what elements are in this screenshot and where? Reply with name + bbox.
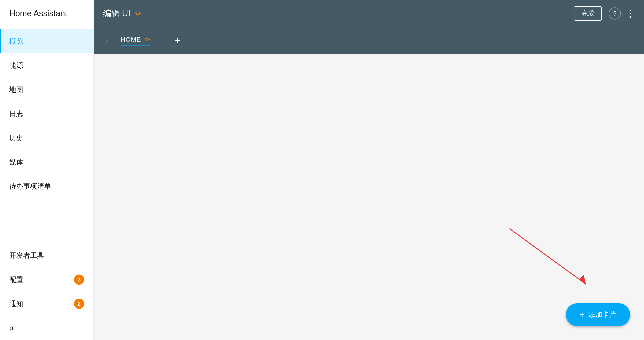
- sidebar-item-devtools[interactable]: 开发者工具: [0, 243, 94, 267]
- sidebar-item-log[interactable]: 日志: [0, 102, 94, 126]
- sidebar-item-media-label: 媒体: [9, 157, 23, 167]
- sidebar-item-overview[interactable]: 概览: [0, 29, 94, 54]
- topbar: 编辑 UI ✏ 完成 ? ⋮: [94, 0, 644, 27]
- sidebar-divider: [0, 241, 94, 241]
- sidebar-item-overview-label: 概览: [9, 37, 23, 46]
- done-button[interactable]: 完成: [574, 6, 602, 21]
- topbar-title: 编辑 UI: [103, 8, 130, 19]
- sidebar-item-config[interactable]: 配置 3: [0, 267, 94, 292]
- config-badge: 3: [74, 274, 84, 285]
- add-card-plus-icon: +: [580, 310, 584, 319]
- tab-next-arrow[interactable]: →: [155, 36, 168, 46]
- svg-marker-1: [579, 275, 586, 284]
- red-arrow-annotation: [505, 224, 598, 293]
- sidebar-item-config-label: 配置: [9, 275, 23, 284]
- sidebar-item-energy[interactable]: 能源: [0, 54, 94, 78]
- add-card-button[interactable]: + 添加卡片: [566, 303, 630, 326]
- sidebar-item-energy-label: 能源: [9, 61, 23, 70]
- sidebar-nav: 概览 能源 地图 日志 历史 媒体 待办事项清单 开发者工具 配置 3: [0, 27, 94, 340]
- content-area: + 添加卡片: [94, 54, 644, 340]
- sidebar-item-history[interactable]: 历史: [0, 126, 94, 150]
- svg-line-0: [510, 228, 586, 284]
- sidebar-item-todo[interactable]: 待办事项清单: [0, 174, 94, 198]
- sidebar-item-notifications-label: 通知: [9, 299, 23, 309]
- sidebar: Home Assistant 概览 能源 地图 日志 历史 媒体 待办事项清单 …: [0, 0, 94, 340]
- sidebar-item-map-label: 地图: [9, 85, 23, 95]
- sidebar-item-pi-label: pi: [9, 324, 14, 332]
- sidebar-item-pi[interactable]: pi: [0, 316, 94, 340]
- sidebar-item-media[interactable]: 媒体: [0, 150, 94, 174]
- sidebar-item-map[interactable]: 地图: [0, 78, 94, 102]
- sidebar-item-log-label: 日志: [9, 109, 23, 119]
- tab-home[interactable]: HOME ✏: [121, 36, 150, 46]
- sidebar-item-notifications[interactable]: 通知 2: [0, 292, 94, 316]
- tab-prev-arrow[interactable]: ←: [103, 36, 116, 46]
- app-title: Home Assistant: [0, 0, 94, 27]
- sidebar-item-history-label: 历史: [9, 133, 23, 143]
- tab-add-button[interactable]: +: [172, 35, 182, 46]
- tabbar: ← HOME ✏ → +: [94, 27, 644, 54]
- edit-ui-icon[interactable]: ✏: [135, 9, 142, 18]
- add-card-label: 添加卡片: [588, 310, 616, 319]
- sidebar-item-todo-label: 待办事项清单: [9, 182, 51, 191]
- more-options-icon[interactable]: ⋮: [626, 8, 635, 19]
- tab-home-label: HOME: [121, 36, 141, 43]
- sidebar-item-devtools-label: 开发者工具: [9, 251, 44, 260]
- notifications-badge: 2: [74, 299, 84, 309]
- help-icon[interactable]: ?: [609, 8, 621, 20]
- tab-edit-icon[interactable]: ✏: [145, 36, 150, 44]
- main-content: 编辑 UI ✏ 完成 ? ⋮ ← HOME ✏ → + + 添加卡片: [94, 0, 644, 340]
- sidebar-spacer: [0, 198, 94, 238]
